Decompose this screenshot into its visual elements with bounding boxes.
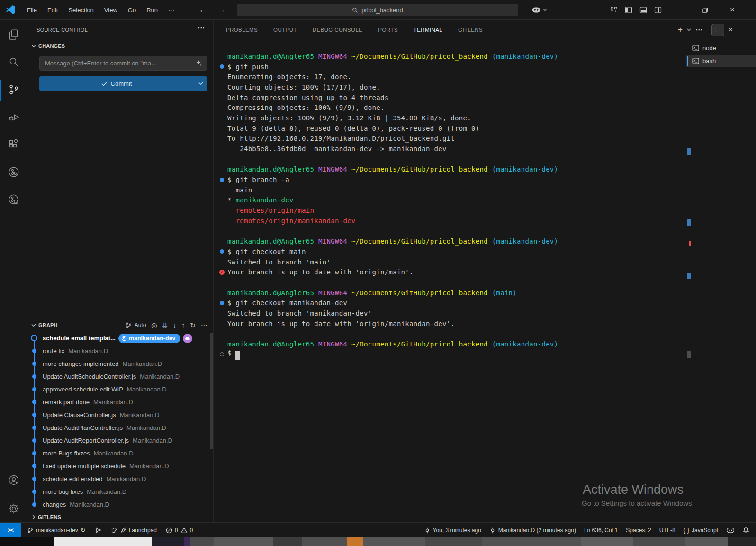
customize-layout-icon[interactable]: [610, 6, 618, 14]
notifications-bell-icon[interactable]: [743, 527, 749, 534]
branch-badge-label: manikandan-dev: [129, 335, 176, 342]
gitlens-icon[interactable]: [0, 160, 27, 184]
panel-tab[interactable]: OUTPUT: [273, 20, 297, 40]
menu-item[interactable]: Selection: [63, 7, 99, 14]
panel-tab[interactable]: PORTS: [378, 20, 397, 40]
fetch-icon[interactable]: ⇊: [162, 321, 168, 329]
target-icon[interactable]: ◎: [151, 321, 157, 329]
search-icon: [352, 7, 358, 13]
cursor-position[interactable]: Ln 636, Col 1: [584, 527, 618, 534]
new-terminal-button[interactable]: +: [678, 25, 683, 35]
commit-row[interactable]: schedule email templat... manikandan-dev: [27, 332, 210, 345]
forward-arrow-icon[interactable]: →: [217, 5, 225, 15]
terminal-line: Total 9 (delta 8), reused 0 (delta 0), p…: [216, 123, 558, 134]
commit-row[interactable]: more changes implemented Manikandan.D: [27, 357, 210, 370]
encoding[interactable]: UTF-8: [659, 527, 675, 534]
remote-indicator[interactable]: ><: [0, 523, 21, 537]
gitlens-section-header[interactable]: GITLENS: [32, 514, 61, 520]
overview-ruler-mark: [687, 148, 691, 155]
accounts-icon[interactable]: [0, 468, 27, 492]
commit-author: Manikandan.D: [126, 424, 166, 431]
cloud-branch-icon[interactable]: [183, 334, 192, 343]
command-decoration: [216, 64, 227, 69]
panel-tab[interactable]: DEBUG CONSOLE: [313, 20, 363, 40]
explorer-icon[interactable]: [0, 23, 27, 46]
branch-badge[interactable]: manikandan-dev: [118, 334, 180, 343]
toggle-secondary-sidebar-icon[interactable]: [654, 6, 662, 14]
your-commit-status-item[interactable]: You, 3 minutes ago: [424, 527, 481, 534]
terminal-line: $ git push: [216, 62, 558, 72]
copilot-status-icon[interactable]: [726, 527, 735, 534]
terminal-scrollbar-thumb[interactable]: [687, 351, 691, 358]
launchpad-label: Launchpad: [129, 527, 157, 534]
sidebar-more-actions[interactable]: ⋯: [198, 24, 205, 32]
close-button[interactable]: ×: [721, 0, 744, 20]
commit-dropdown[interactable]: [194, 76, 207, 91]
graph-more-icon[interactable]: ⋯: [201, 321, 207, 329]
commit-row[interactable]: fixed update multiple schedule Manikanda…: [27, 460, 210, 473]
toggle-primary-sidebar-icon[interactable]: [625, 6, 632, 14]
terminal-instance-label: node: [702, 45, 716, 52]
commit-row[interactable]: changes Manikandan.D: [27, 498, 210, 511]
error-icon: [166, 527, 172, 534]
run-debug-icon[interactable]: [0, 105, 27, 129]
commit-row[interactable]: Update AuditReportController.js Manikand…: [27, 434, 210, 447]
commit-row[interactable]: approveed schedule edit WIP Manikandan.D: [27, 383, 210, 396]
copilot-button[interactable]: [531, 0, 547, 20]
git-branch-icon[interactable]: [125, 322, 132, 329]
command-center-search[interactable]: pricol_backend: [237, 4, 518, 16]
commit-message: schedule edit enabled: [43, 475, 103, 482]
gitlens-inspect-icon[interactable]: [0, 188, 27, 211]
sidebar-scrollbar[interactable]: [210, 333, 213, 449]
search-view-icon[interactable]: [0, 50, 27, 74]
commit-button[interactable]: Commit: [39, 76, 207, 91]
refresh-icon[interactable]: ↻: [190, 321, 196, 329]
branch-status-item[interactable]: manikandan-dev ↻: [27, 527, 86, 534]
last-commit-status-item[interactable]: Manikandan.D (2 minutes ago): [489, 527, 576, 534]
panel-tab[interactable]: PROBLEMS: [226, 20, 258, 40]
extensions-icon[interactable]: [0, 133, 27, 156]
menu-item[interactable]: File: [22, 7, 42, 14]
pull-icon[interactable]: ↓: [173, 321, 176, 329]
commit-message-input[interactable]: [44, 59, 195, 67]
indentation[interactable]: Spaces: 2: [626, 527, 651, 534]
back-arrow-icon[interactable]: ←: [199, 5, 207, 15]
commit-row[interactable]: more bug fixes Manikandan.D: [27, 485, 210, 498]
commit-row[interactable]: more Bugs fixzes Manikandan.D: [27, 447, 210, 460]
terminal-output[interactable]: manikandan.d@Angler65 MINGW64 ~/Document…: [216, 51, 558, 360]
menu-item[interactable]: View: [99, 7, 123, 14]
language-mode[interactable]: { } JavaScript: [684, 527, 718, 534]
sync-icon[interactable]: ↻: [81, 527, 86, 534]
launchpad-status-item[interactable]: Launchpad: [111, 527, 157, 534]
terminal-instance[interactable]: bash: [686, 55, 756, 67]
taskbar-peek-segment: [54, 537, 152, 546]
commit-row[interactable]: schedule edit enabled Manikandan.D: [27, 473, 210, 485]
push-icon[interactable]: ↑: [181, 321, 185, 329]
problems-status-item[interactable]: 0 0: [166, 527, 193, 534]
menu-item[interactable]: Run: [141, 7, 163, 14]
graph-auto-label[interactable]: Auto: [135, 322, 146, 328]
commit-row[interactable]: Update AuditScheduleController.js Manika…: [27, 370, 210, 383]
taskbar-peek-segment: [347, 537, 363, 546]
commit-row[interactable]: Update AuditPlanController.js Manikandan…: [27, 421, 210, 434]
restore-button[interactable]: [693, 0, 716, 20]
toggle-panel-icon[interactable]: [639, 6, 647, 14]
changes-section-header[interactable]: CHANGES: [31, 43, 65, 49]
commit-row[interactable]: remark part done Manikandan.D: [27, 396, 210, 409]
menu-item[interactable]: Go: [123, 7, 141, 14]
sparkle-icon[interactable]: [196, 60, 203, 67]
menu-item[interactable]: Edit: [42, 7, 63, 14]
commit-author: Manikandan.D: [93, 399, 133, 406]
commit-row[interactable]: Update ClauseController.js Manikandan.D: [27, 409, 210, 421]
minimize-button[interactable]: ─: [668, 0, 691, 20]
menu-item[interactable]: ⋯: [163, 7, 180, 14]
panel-tab[interactable]: TERMINAL: [414, 20, 442, 40]
commit-button-main[interactable]: Commit: [39, 76, 194, 91]
commit-row[interactable]: route fix Manikandan.D: [27, 345, 210, 357]
panel-tab[interactable]: GITLENS: [458, 20, 483, 40]
settings-gear-icon[interactable]: [0, 497, 27, 520]
source-control-icon[interactable]: [0, 78, 27, 101]
graph-section-header[interactable]: GRAPH Auto ◎ ⇊ ↓ ↑ ↻ ⋯: [31, 320, 207, 330]
terminal-instance[interactable]: node: [686, 42, 756, 55]
commit-graph-icon[interactable]: [95, 527, 102, 534]
